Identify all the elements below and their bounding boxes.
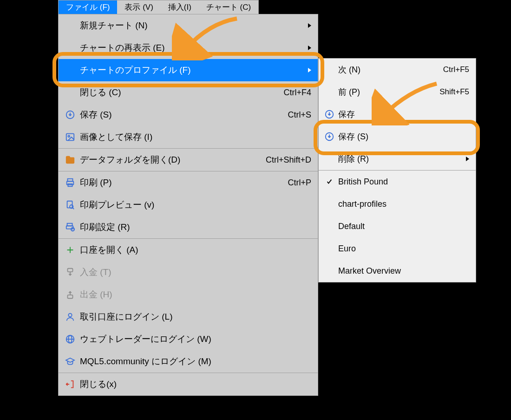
menu-label: 出金 (H) (77, 289, 311, 301)
menubar: ファイル (F) 表示 (V) 挿入(I) チャート (C) (58, 0, 259, 14)
check-icon (323, 178, 335, 185)
menu-shortcut: Ctrl+Shift+D (260, 155, 311, 165)
svg-rect-11 (68, 269, 73, 272)
menu-label: British Pound (335, 177, 469, 187)
image-icon (63, 132, 77, 142)
menu-shortcut: Ctrl+S (282, 110, 311, 120)
menu-label: ウェブトレーダーにログイン (W) (77, 333, 311, 345)
menu-label: 削除 (R) (335, 153, 463, 164)
menu-shortcut: Ctrl+F4 (278, 88, 311, 98)
menu-label: MQL5.community にログイン (M) (77, 355, 311, 368)
menu-item-print[interactable]: 印刷 (P) Ctrl+P (59, 171, 318, 194)
deposit-icon (63, 267, 77, 277)
printer-icon (63, 177, 77, 188)
menu-item-close[interactable]: 閉じる (C) Ctrl+F4 (59, 81, 318, 104)
menu-item-deposit: 入金 (T) (59, 261, 318, 283)
submenu-item-delete[interactable]: 削除 (R) (319, 148, 476, 170)
menu-label: 保存 (S) (335, 131, 469, 142)
save-icon (323, 109, 335, 119)
submenu-profile-item[interactable]: British Pound (319, 171, 476, 193)
chart-profile-submenu: 次 (N) Ctrl+F5 前 (P) Shift+F5 保存 保存 (S) 削… (318, 58, 476, 282)
menu-item-login-webtrader[interactable]: ウェブトレーダーにログイン (W) (59, 328, 318, 350)
menu-item-new-chart[interactable]: 新規チャート (N) (59, 14, 318, 37)
menu-shortcut: Shift+F5 (434, 87, 469, 97)
menu-label: 閉じる (C) (77, 86, 278, 98)
menu-label: 新規チャート (N) (77, 20, 305, 32)
submenu-arrow-icon (305, 68, 311, 72)
menu-label: Market Overview (335, 266, 469, 276)
menu-label: チャートの再表示 (E) (77, 42, 305, 54)
menu-item-chart-profile[interactable]: チャートのプロファイル (F) (59, 59, 318, 81)
menu-label: Default (335, 222, 469, 231)
graduation-cap-icon (63, 356, 77, 367)
menu-label: 取引口座にログイン (L) (77, 311, 311, 323)
globe-icon (63, 334, 77, 344)
menu-item-login-mql5[interactable]: MQL5.community にログイン (M) (59, 350, 318, 373)
menu-item-exit[interactable]: 閉じる(x) (59, 373, 318, 395)
submenu-arrow-icon (305, 23, 311, 28)
menu-item-save-as-image[interactable]: 画像として保存 (I) (59, 126, 318, 148)
menu-label: chart-profiles (335, 199, 469, 209)
menubar-item-chart[interactable]: チャート (C) (199, 0, 258, 14)
menu-label: 口座を開く (A) (77, 244, 311, 256)
menu-item-open-data-folder[interactable]: データフォルダを開く(D) Ctrl+Shift+D (59, 149, 318, 171)
menu-item-print-preview[interactable]: 印刷プレビュー (v) (59, 194, 318, 216)
submenu-profile-item[interactable]: chart-profiles (319, 193, 476, 215)
svg-rect-1 (66, 134, 74, 141)
menu-item-login-trading[interactable]: 取引口座にログイン (L) (59, 306, 318, 328)
submenu-item-next[interactable]: 次 (N) Ctrl+F5 (319, 59, 476, 81)
menu-shortcut: Ctrl+P (282, 178, 311, 188)
submenu-item-prev[interactable]: 前 (P) Shift+F5 (319, 81, 476, 103)
menubar-item-view[interactable]: 表示 (V) (117, 0, 160, 14)
menu-item-print-setup[interactable]: 印刷設定 (R) (59, 216, 318, 238)
plus-icon (63, 245, 77, 255)
menu-label: チャートのプロファイル (F) (77, 64, 305, 76)
menubar-item-file[interactable]: ファイル (F) (59, 0, 117, 14)
folder-icon (63, 155, 77, 165)
svg-point-2 (68, 135, 70, 137)
menu-label: 保存 (S) (77, 109, 282, 121)
menu-item-open-account[interactable]: 口座を開く (A) (59, 239, 318, 261)
exit-icon (63, 379, 77, 389)
person-icon (63, 312, 77, 322)
menu-label: 保存 (335, 109, 469, 120)
submenu-arrow-icon (463, 157, 469, 161)
file-menu-panel: 新規チャート (N) チャートの再表示 (E) チャートのプロファイル (F) … (58, 14, 318, 396)
menu-label: データフォルダを開く(D) (77, 154, 260, 166)
menu-shortcut: Ctrl+F5 (438, 65, 469, 74)
menu-label: Euro (335, 244, 469, 254)
submenu-item-save-partial[interactable]: 保存 (319, 103, 476, 125)
menubar-item-insert[interactable]: 挿入(I) (161, 0, 199, 14)
printer-gear-icon (63, 222, 77, 232)
withdraw-icon (63, 289, 77, 300)
save-icon (323, 131, 335, 142)
save-icon (63, 110, 77, 120)
submenu-item-save[interactable]: 保存 (S) (319, 125, 476, 148)
menu-label: 閉じる(x) (77, 378, 311, 390)
menu-label: 印刷設定 (R) (77, 221, 311, 233)
submenu-profile-item[interactable]: Euro (319, 237, 476, 260)
menu-item-withdraw: 出金 (H) (59, 283, 318, 306)
submenu-profile-item[interactable]: Default (319, 215, 476, 237)
search-doc-icon (63, 200, 77, 210)
menu-item-save[interactable]: 保存 (S) Ctrl+S (59, 104, 318, 126)
menu-label: 入金 (T) (77, 266, 311, 278)
menu-item-chart-redisplay[interactable]: チャートの再表示 (E) (59, 37, 318, 59)
submenu-arrow-icon (305, 46, 311, 50)
menu-label: 印刷プレビュー (v) (77, 199, 311, 211)
menu-label: 次 (N) (335, 64, 438, 75)
svg-point-13 (68, 314, 72, 317)
svg-rect-12 (68, 295, 73, 298)
menu-label: 前 (P) (335, 86, 434, 98)
submenu-profile-item[interactable]: Market Overview (319, 260, 476, 282)
menu-label: 印刷 (P) (77, 177, 282, 189)
menu-label: 画像として保存 (I) (77, 131, 311, 143)
